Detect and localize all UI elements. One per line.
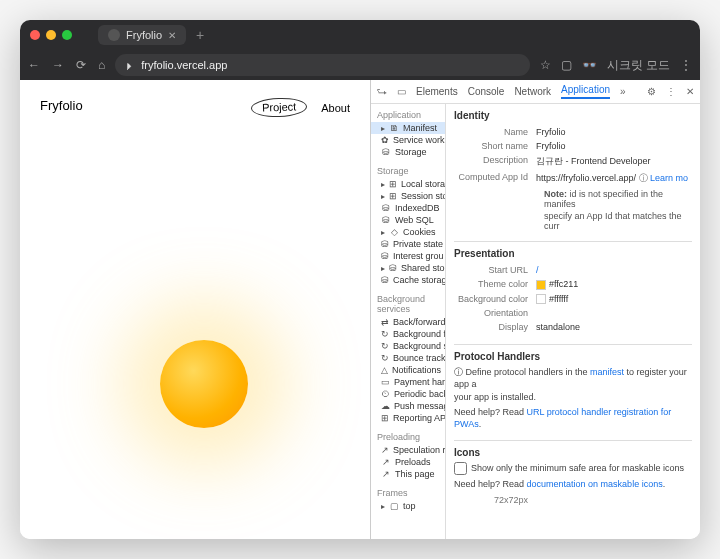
theme-color-swatch (536, 280, 546, 290)
rendered-page: Fryfolio Project About (20, 80, 370, 539)
sidebar-item-top[interactable]: ▸▢top (371, 500, 445, 512)
sidebar-item-sessionstorage[interactable]: ▸⊞Session stor (371, 190, 445, 202)
manifest-appid: https://fryfolio.vercel.app/ (536, 173, 636, 183)
screen-icon[interactable]: ▢ (561, 58, 572, 72)
devtools-panel: ⮑ ▭ Elements Console Network Application… (370, 80, 700, 539)
sidebar-item-localstorage[interactable]: ▸⊞Local storage (371, 178, 445, 190)
sidebar-item-push[interactable]: ☁Push messag (371, 400, 445, 412)
sidebar-item-notifications[interactable]: △Notifications (371, 364, 445, 376)
group-background: Background services (371, 292, 445, 316)
toolbar: ← → ⟳ ⌂ ⏵ fryfolio.vercel.app ☆ ▢ 👓 시크릿 … (20, 50, 700, 80)
close-window[interactable] (30, 30, 40, 40)
maskable-checkbox-row[interactable]: Show only the minimum safe area for mask… (454, 462, 692, 475)
group-storage: Storage (371, 164, 445, 178)
browser-tab[interactable]: Fryfolio ✕ (98, 25, 186, 45)
nav-about[interactable]: About (321, 102, 350, 114)
sidebar-item-cachestorage[interactable]: ⛁Cache storag (371, 274, 445, 286)
star-icon[interactable]: ☆ (540, 58, 551, 72)
devtools-tabs: ⮑ ▭ Elements Console Network Application… (371, 80, 700, 104)
sidebar-item-thispage[interactable]: ↗This page (371, 468, 445, 480)
dock-icon[interactable]: ⋮ (666, 86, 676, 97)
sidebar-item-sharedstorage[interactable]: ▸⛁Shared stora (371, 262, 445, 274)
sidebar-item-payment[interactable]: ▭Payment han (371, 376, 445, 388)
close-tab-icon[interactable]: ✕ (168, 30, 176, 41)
content-split: Fryfolio Project About ⮑ ▭ Elements Cons… (20, 80, 700, 539)
bg-color-swatch (536, 294, 546, 304)
lock-icon: ⏵ (125, 60, 135, 71)
more-tabs-icon[interactable]: » (620, 86, 626, 97)
learn-more-link[interactable]: Learn mo (650, 173, 688, 183)
group-application: Application (371, 108, 445, 122)
sidebar-item-speculation[interactable]: ↗Speculation r (371, 444, 445, 456)
maskable-help-link[interactable]: documentation on maskable icons (527, 479, 663, 489)
hero-yolk-graphic (160, 340, 248, 428)
sidebar-item-bgsync[interactable]: ↻Background s (371, 340, 445, 352)
nav-project[interactable]: Project (251, 97, 308, 118)
titlebar: Fryfolio ✕ + (20, 20, 700, 50)
info-icon[interactable]: ⓘ (639, 173, 648, 183)
tab-strip: Fryfolio ✕ + (98, 25, 210, 45)
site-nav: Project About (251, 98, 350, 117)
sidebar-item-bounce[interactable]: ↻Bounce track (371, 352, 445, 364)
bg-color-value: #ffffff (549, 294, 568, 304)
icon-size-label: 72x72px (454, 495, 536, 505)
tab-network[interactable]: Network (514, 86, 551, 97)
protocol-heading: Protocol Handlers (454, 351, 692, 362)
incognito-label: 시크릿 모드 (607, 57, 670, 74)
tab-title: Fryfolio (126, 29, 162, 41)
manifest-description: 김규란 - Frontend Developer (536, 155, 651, 168)
maximize-window[interactable] (62, 30, 72, 40)
home-icon[interactable]: ⌂ (98, 58, 105, 72)
sidebar-item-privatestate[interactable]: ⛁Private state (371, 238, 445, 250)
start-url-link[interactable]: / (536, 265, 539, 275)
doc-icon: 🗎 (389, 123, 399, 133)
nav-buttons: ← → ⟳ ⌂ (28, 58, 105, 72)
browser-window: Fryfolio ✕ + ← → ⟳ ⌂ ⏵ fryfolio.vercel.a… (20, 20, 700, 539)
sidebar-item-storage[interactable]: ⛁Storage (371, 146, 445, 158)
sidebar-item-reporting[interactable]: ⊞Reporting AP (371, 412, 445, 424)
tab-console[interactable]: Console (468, 86, 505, 97)
url-text: fryfolio.vercel.app (141, 59, 227, 71)
manifest-shortname: Fryfolio (536, 141, 566, 151)
menu-icon[interactable]: ⋮ (680, 58, 692, 72)
sidebar-item-bgfetch[interactable]: ↻Background f (371, 328, 445, 340)
new-tab-button[interactable]: + (190, 27, 210, 43)
sidebar-item-manifest[interactable]: ▸🗎Manifest (371, 122, 445, 134)
device-icon[interactable]: ▭ (397, 86, 406, 97)
favicon-icon (108, 29, 120, 41)
reload-icon[interactable]: ⟳ (76, 58, 86, 72)
manifest-details: Identity NameFryfolio Short nameFryfolio… (446, 104, 700, 539)
tab-application[interactable]: Application (561, 84, 610, 99)
forward-icon[interactable]: → (52, 58, 64, 72)
identity-heading: Identity (454, 110, 692, 121)
sidebar-item-cookies[interactable]: ▸◇Cookies (371, 226, 445, 238)
sidebar-item-websql[interactable]: ⛁Web SQL (371, 214, 445, 226)
maskable-checkbox[interactable] (454, 462, 467, 475)
inspect-icon[interactable]: ⮑ (377, 86, 387, 97)
manifest-link[interactable]: manifest (590, 367, 624, 377)
tab-elements[interactable]: Elements (416, 86, 458, 97)
display-value: standalone (536, 322, 580, 332)
icons-heading: Icons (454, 447, 692, 458)
group-preloading: Preloading (371, 430, 445, 444)
info-icon: ⓘ (454, 367, 463, 377)
theme-color-value: #ffc211 (549, 279, 578, 289)
group-frames: Frames (371, 486, 445, 500)
incognito-icon: 👓 (582, 58, 597, 72)
address-bar[interactable]: ⏵ fryfolio.vercel.app (115, 54, 529, 76)
sidebar-item-preloads[interactable]: ↗Preloads (371, 456, 445, 468)
gear-icon[interactable]: ⚙ (647, 86, 656, 97)
minimize-window[interactable] (46, 30, 56, 40)
gears-icon: ✿ (381, 135, 389, 145)
back-icon[interactable]: ← (28, 58, 40, 72)
devtools-body: Application ▸🗎Manifest ✿Service work ⛁St… (371, 104, 700, 539)
sidebar-item-indexeddb[interactable]: ⛁IndexedDB (371, 202, 445, 214)
sidebar-item-periodic[interactable]: ⏲Periodic back (371, 388, 445, 400)
application-sidebar: Application ▸🗎Manifest ✿Service work ⛁St… (371, 104, 446, 539)
toolbar-right: ☆ ▢ 👓 시크릿 모드 ⋮ (540, 57, 692, 74)
sidebar-item-interestgroups[interactable]: ⛁Interest grou (371, 250, 445, 262)
manifest-name: Fryfolio (536, 127, 566, 137)
sidebar-item-bfcache[interactable]: ⇄Back/forward (371, 316, 445, 328)
sidebar-item-serviceworker[interactable]: ✿Service work (371, 134, 445, 146)
close-devtools-icon[interactable]: ✕ (686, 86, 694, 97)
